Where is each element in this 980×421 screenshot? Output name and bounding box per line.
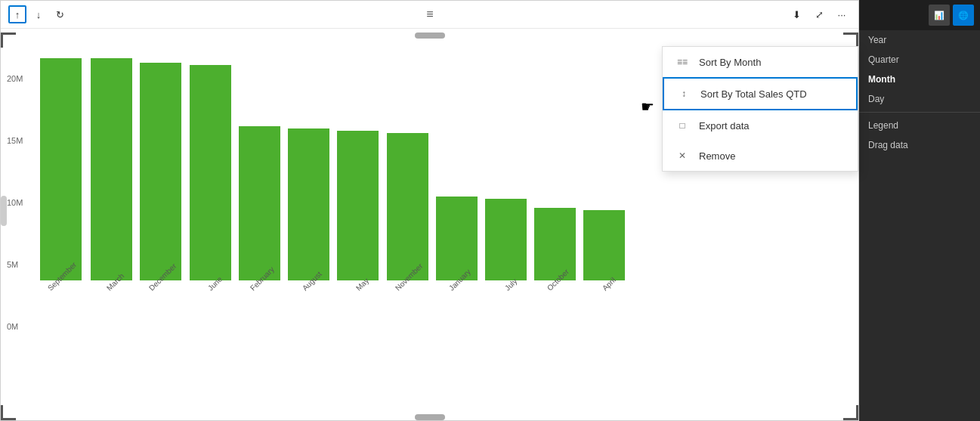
- sidebar-item-legend[interactable]: Legend: [859, 116, 980, 135]
- menu-item-icon-sort-total-sales: ↕: [676, 86, 691, 101]
- sidebar-item-day[interactable]: Day: [859, 89, 980, 109]
- y-label-10m: 10M: [7, 198, 23, 207]
- bar-group: March: [91, 58, 132, 295]
- bar[interactable]: [583, 210, 625, 280]
- bar[interactable]: [140, 63, 181, 280]
- bar-group: July: [485, 199, 527, 295]
- toolbar-up-button[interactable]: ↑: [8, 5, 26, 23]
- y-label-0m: 0M: [7, 322, 23, 331]
- sidebar-divider-1: [859, 112, 980, 113]
- sidebar-item-year[interactable]: Year: [859, 30, 980, 50]
- sidebar-item-quarter[interactable]: Quarter: [859, 50, 980, 70]
- sidebar-item-month[interactable]: Month: [859, 70, 980, 89]
- menu-item-label-sort-total-sales: Sort By Total Sales QTD: [700, 88, 807, 100]
- bar-group: February: [239, 126, 280, 295]
- bar[interactable]: [534, 208, 576, 280]
- bar-group: August: [288, 128, 329, 295]
- menu-item-label-remove: Remove: [699, 150, 735, 162]
- sidebar-date-fields: Year Quarter Month Day: [859, 30, 980, 109]
- menu-item-icon-remove: ✕: [675, 148, 690, 163]
- bar-group: January: [436, 197, 478, 295]
- bar-group: September: [39, 58, 83, 295]
- context-menu: ≡≡Sort By Month↕Sort By Total Sales QTD□…: [662, 46, 858, 172]
- y-axis: 20M 15M 10M 5M 0M: [7, 74, 23, 331]
- bar[interactable]: [239, 126, 280, 280]
- bar-group: April: [583, 210, 625, 295]
- bar-group: October: [534, 208, 576, 295]
- bar-group: November: [386, 133, 428, 295]
- bar[interactable]: [485, 199, 527, 280]
- toolbar-right-actions: ⬇ ⤢ ···: [787, 5, 851, 23]
- sidebar-icon-chart[interactable]: 📊: [929, 5, 950, 26]
- bar[interactable]: [288, 128, 329, 280]
- bar[interactable]: [91, 58, 132, 280]
- sidebar-item-drag-data[interactable]: Drag data: [859, 135, 980, 155]
- y-label-5m: 5M: [7, 260, 23, 269]
- toolbar-down-button[interactable]: ↓: [29, 5, 48, 23]
- sidebar-top-icons: 📊 🌐: [859, 0, 980, 30]
- bar-group: May: [337, 131, 379, 295]
- menu-item-sort-total-sales[interactable]: ↕Sort By Total Sales QTD: [663, 77, 858, 110]
- menu-item-sort-month[interactable]: ≡≡Sort By Month: [663, 47, 858, 77]
- toolbar-more-button[interactable]: ···: [833, 5, 851, 23]
- menu-item-icon-sort-month: ≡≡: [675, 54, 690, 70]
- bar[interactable]: [190, 65, 231, 280]
- bar-group: December: [140, 63, 182, 295]
- menu-item-label-sort-month: Sort By Month: [699, 57, 761, 68]
- bar[interactable]: [337, 131, 379, 280]
- menu-item-export-data[interactable]: □Export data: [663, 110, 858, 141]
- toolbar-expand-button[interactable]: ⤢: [810, 5, 828, 23]
- menu-item-icon-export-data: □: [675, 118, 690, 133]
- bar[interactable]: [387, 133, 428, 280]
- toolbar-refresh-button[interactable]: ↻: [51, 5, 69, 23]
- bar-group: June: [190, 65, 231, 295]
- menu-item-remove[interactable]: ✕Remove: [663, 141, 858, 171]
- sidebar-icon-globe[interactable]: 🌐: [953, 5, 974, 26]
- toolbar-download-button[interactable]: ⬇: [787, 5, 805, 23]
- chart-panel: ↑ ↓ ↻ ≡ ⬇ ⤢ ··· 20M 15M 10M 5M 0M Septem…: [0, 0, 859, 421]
- y-label-15m: 15M: [7, 136, 23, 145]
- y-label-20m: 20M: [7, 74, 23, 83]
- menu-item-label-export-data: Export data: [699, 120, 750, 132]
- hamburger-icon: ≡: [426, 8, 432, 21]
- bar[interactable]: [40, 58, 82, 280]
- right-sidebar: 📊 🌐 Year Quarter Month Day Legend Drag d…: [859, 0, 980, 421]
- bar[interactable]: [436, 197, 478, 280]
- chart-toolbar: ↑ ↓ ↻ ≡ ⬇ ⤢ ···: [1, 1, 858, 29]
- toolbar-center-menu: ≡: [426, 8, 432, 21]
